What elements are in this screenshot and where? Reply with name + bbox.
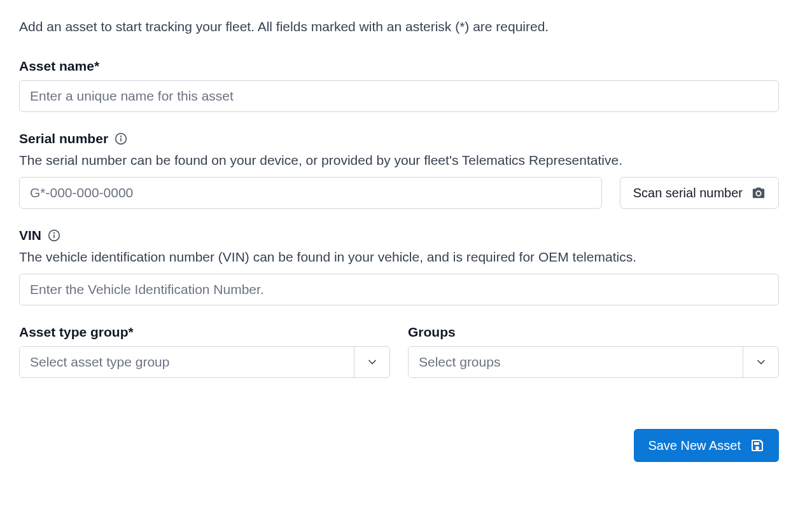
asset-type-group-label: Asset type group*	[19, 325, 390, 340]
serial-number-field: Serial number The serial number can be f…	[19, 131, 779, 209]
vin-help: The vehicle identification number (VIN) …	[19, 249, 779, 265]
chevron-down-icon	[743, 347, 778, 377]
asset-type-group-placeholder: Select asset type group	[20, 347, 354, 377]
scan-serial-button-label: Scan serial number	[633, 186, 743, 200]
chevron-down-icon	[354, 347, 389, 377]
serial-number-input[interactable]	[19, 177, 602, 209]
save-icon	[750, 438, 765, 453]
save-new-asset-button[interactable]: Save New Asset	[634, 429, 779, 462]
asset-name-input[interactable]	[19, 80, 779, 112]
serial-number-label: Serial number	[19, 131, 779, 146]
groups-select[interactable]: Select groups	[408, 346, 779, 378]
camera-icon	[752, 186, 766, 200]
svg-point-5	[54, 233, 55, 234]
asset-name-label: Asset name*	[19, 59, 779, 74]
serial-number-label-text: Serial number	[19, 131, 108, 146]
save-button-label: Save New Asset	[648, 438, 741, 453]
svg-point-2	[121, 136, 122, 137]
vin-label-text: VIN	[19, 228, 41, 243]
serial-number-help: The serial number can be found on your d…	[19, 153, 779, 168]
asset-type-group-field: Asset type group* Select asset type grou…	[19, 325, 390, 378]
groups-label: Groups	[408, 325, 779, 340]
info-icon[interactable]	[115, 132, 127, 145]
intro-text: Add an asset to start tracking your flee…	[19, 19, 779, 34]
vin-label: VIN	[19, 228, 779, 243]
groups-field: Groups Select groups	[408, 325, 779, 378]
scan-serial-button[interactable]: Scan serial number	[620, 177, 779, 209]
asset-type-group-select[interactable]: Select asset type group	[19, 346, 390, 378]
vin-input[interactable]	[19, 274, 779, 305]
info-icon[interactable]	[48, 229, 60, 242]
asset-name-field: Asset name*	[19, 59, 779, 112]
groups-placeholder: Select groups	[409, 347, 743, 377]
vin-field: VIN The vehicle identification number (V…	[19, 228, 779, 305]
